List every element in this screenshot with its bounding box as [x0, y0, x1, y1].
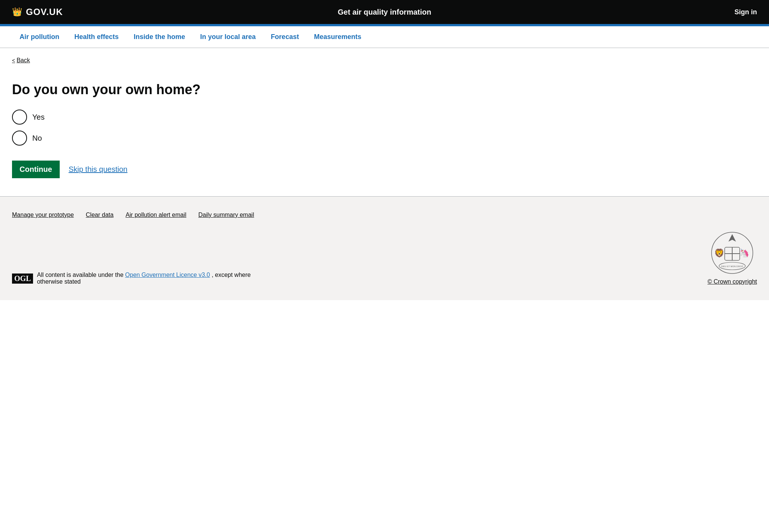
page-question: Do you own your own home? — [12, 82, 348, 98]
radio-option-no[interactable]: No — [12, 131, 348, 146]
ogl-prefix: All content is available under the — [37, 272, 123, 278]
footer-link-clear-data[interactable]: Clear data — [86, 212, 114, 218]
page-content: < Back Do you own your own home? YesNo C… — [0, 48, 360, 196]
footer-ogl-section: OGL All content is available under the O… — [12, 272, 275, 285]
footer-links: Manage your prototypeClear dataAir pollu… — [12, 212, 757, 218]
crown-icon: 👑 — [12, 7, 22, 17]
nav-item-in-your-local-area[interactable]: In your local area — [193, 26, 263, 48]
svg-text:DIEU ET MON DROIT: DIEU ET MON DROIT — [721, 265, 743, 268]
signin-link[interactable]: Sign in — [734, 8, 757, 16]
nav-item-forecast[interactable]: Forecast — [263, 26, 306, 48]
site-title: Get air quality information — [338, 8, 431, 17]
main-nav: Air pollutionHealth effectsInside the ho… — [0, 26, 769, 48]
continue-button[interactable]: Continue — [12, 161, 60, 178]
gov-logo-text: GOV.UK — [26, 7, 63, 17]
royal-crest-icon: 🦁 🦄 DIEU ET MON DROIT — [710, 230, 755, 275]
skip-link[interactable]: Skip this question — [69, 165, 128, 174]
nav-item-health-effects[interactable]: Health effects — [67, 26, 126, 48]
crown-copyright-link[interactable]: © Crown copyright — [707, 278, 757, 285]
radio-label-yes: Yes — [32, 113, 45, 122]
form-actions: Continue Skip this question — [12, 161, 348, 178]
svg-text:🦄: 🦄 — [739, 248, 749, 258]
nav-item-inside-the-home[interactable]: Inside the home — [126, 26, 193, 48]
radio-label-no: No — [32, 134, 42, 143]
footer-link-daily-summary[interactable]: Daily summary email — [198, 212, 254, 218]
ogl-licence-link[interactable]: Open Government Licence v3.0 — [125, 272, 210, 278]
svg-text:🦁: 🦁 — [714, 248, 725, 258]
nav-item-measurements[interactable]: Measurements — [306, 26, 369, 48]
svg-marker-1 — [728, 234, 736, 242]
site-footer: Manage your prototypeClear dataAir pollu… — [0, 196, 769, 300]
site-header: 👑 GOV.UK Get air quality information Sig… — [0, 0, 769, 24]
footer-link-air-pollution-alert[interactable]: Air pollution alert email — [125, 212, 186, 218]
crown-copyright-section: 🦁 🦄 DIEU ET MON DROIT © Crown copyright — [707, 230, 757, 285]
nav-item-air-pollution[interactable]: Air pollution — [12, 26, 67, 48]
gov-logo[interactable]: 👑 GOV.UK — [12, 7, 63, 17]
radio-group-own-home: YesNo — [12, 110, 348, 146]
radio-option-yes[interactable]: Yes — [12, 110, 348, 125]
ogl-logo: OGL — [12, 274, 33, 284]
back-chevron-icon: < — [12, 57, 15, 63]
radio-input-no[interactable] — [12, 131, 27, 146]
footer-bottom: OGL All content is available under the O… — [12, 230, 757, 285]
footer-link-manage-prototype[interactable]: Manage your prototype — [12, 212, 74, 218]
ogl-text: All content is available under the Open … — [37, 272, 275, 285]
radio-input-yes[interactable] — [12, 110, 27, 125]
back-label: Back — [17, 57, 30, 64]
back-link[interactable]: < Back — [12, 57, 30, 64]
